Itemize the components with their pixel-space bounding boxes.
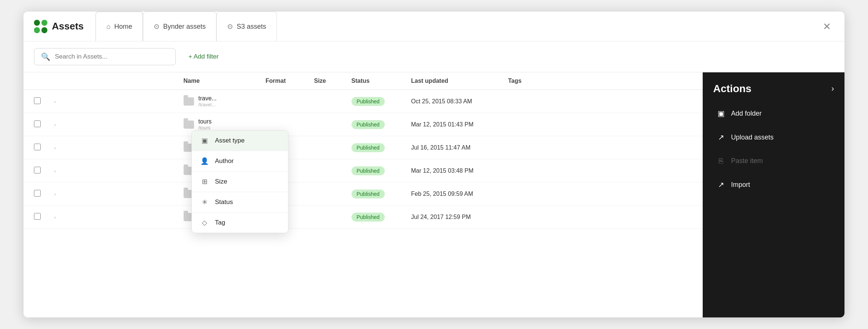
close-button[interactable]: ✕ xyxy=(820,20,834,33)
sidebar-header: Actions › xyxy=(703,72,844,102)
search-input[interactable] xyxy=(55,53,169,60)
tab-home[interactable]: ⌂ Home xyxy=(96,12,143,41)
status-badge: Published xyxy=(352,166,385,175)
table-row: › tour-t... /tour-t... Published Mar 12,… xyxy=(24,159,703,182)
row-updated: Oct 25, 2015 08:33 AM xyxy=(405,90,502,113)
asset-type-icon: ▣ xyxy=(200,137,209,145)
status-badge: Published xyxy=(352,213,385,222)
row-checkbox[interactable] xyxy=(34,213,41,220)
asset-type-label: Asset type xyxy=(215,137,244,144)
row-expand-icon[interactable]: › xyxy=(54,191,56,197)
main-content: Name Format Size Status Last updated xyxy=(24,72,844,317)
row-tags xyxy=(502,90,703,113)
row-checkbox-cell xyxy=(24,90,47,113)
table-row: › desti... /desti... Published Feb 25, 2… xyxy=(24,182,703,206)
dropdown-item-size[interactable]: ⊞ Size xyxy=(192,172,288,192)
author-icon: 👤 xyxy=(200,157,209,165)
row-checkbox-cell xyxy=(24,159,47,182)
tag-icon: ◇ xyxy=(200,219,209,227)
search-box: 🔍 xyxy=(34,48,176,65)
size-label: Size xyxy=(215,178,227,185)
row-expand-cell: › xyxy=(47,159,177,182)
import-label: Import xyxy=(731,181,750,189)
upload-assets-label: Upload assets xyxy=(731,134,774,141)
folder-icon xyxy=(184,97,194,106)
sidebar-action-upload-assets[interactable]: ↗ Upload assets xyxy=(709,126,839,148)
import-icon: ↗ xyxy=(716,180,726,189)
paste-item-label: Paste item xyxy=(731,157,763,165)
row-expand-cell: › xyxy=(47,136,177,159)
row-name-content: tours /tours xyxy=(184,118,252,131)
sidebar: Actions › ▣ Add folder ↗ Upload assets ⎘… xyxy=(703,72,844,317)
row-expand-icon[interactable]: › xyxy=(54,145,56,151)
dropdown-item-tag[interactable]: ◇ Tag xyxy=(192,213,288,233)
row-expand-icon[interactable]: › xyxy=(54,99,56,104)
row-checkbox[interactable] xyxy=(34,97,41,104)
row-tags xyxy=(502,113,703,136)
row-tags xyxy=(502,182,703,206)
dropdown-item-author[interactable]: 👤 Author xyxy=(192,151,288,172)
row-expand-icon[interactable]: › xyxy=(54,214,56,220)
row-checkbox-cell xyxy=(24,182,47,206)
row-expand-cell: › xyxy=(47,206,177,229)
sidebar-action-paste-item: ⎘ Paste item xyxy=(709,150,839,172)
add-filter-button[interactable]: + Add filter xyxy=(183,50,224,63)
row-expand-cell: › xyxy=(47,113,177,136)
tab-home-label: Home xyxy=(114,23,132,31)
row-checkbox[interactable] xyxy=(34,190,41,197)
row-updated: Jul 24, 2017 12:59 PM xyxy=(405,206,502,229)
row-expand-icon[interactable]: › xyxy=(54,168,56,174)
row-expand-cell: › xyxy=(47,182,177,206)
row-checkbox[interactable] xyxy=(34,120,41,127)
paste-item-icon: ⎘ xyxy=(716,157,726,165)
row-status: Published xyxy=(345,182,405,206)
dropdown-item-status[interactable]: ✳ Status xyxy=(192,192,288,213)
tag-label: Tag xyxy=(215,219,225,226)
col-tags: Tags xyxy=(502,72,703,90)
status-badge: Published xyxy=(352,143,385,152)
row-tags xyxy=(502,136,703,159)
search-icon: 🔍 xyxy=(41,52,50,61)
tab-s3[interactable]: ⊙ S3 assets xyxy=(216,12,277,41)
row-status: Published xyxy=(345,206,405,229)
logo-area: Assets xyxy=(34,20,84,33)
sidebar-chevron-icon[interactable]: › xyxy=(831,84,834,94)
tab-bynder[interactable]: ⊙ Bynder assets xyxy=(143,12,216,41)
home-icon: ⌂ xyxy=(106,23,110,31)
row-checkbox-cell xyxy=(24,206,47,229)
row-updated: Feb 25, 2015 09:59 AM xyxy=(405,182,502,206)
upload-assets-icon: ↗ xyxy=(716,133,726,142)
dropdown-item-asset-type[interactable]: ▣ Asset type xyxy=(192,131,288,151)
row-checkbox[interactable] xyxy=(34,167,41,173)
row-expand-icon[interactable]: › xyxy=(54,122,56,128)
logo-dot-2 xyxy=(41,20,47,26)
row-size xyxy=(307,136,345,159)
logo xyxy=(34,20,47,33)
row-checkbox-cell xyxy=(24,136,47,159)
app-window: Assets ⌂ Home ⊙ Bynder assets ⊙ S3 asset… xyxy=(24,12,844,317)
col-checkbox xyxy=(24,72,47,90)
table-row: › svg-i... /svg-i... Published Jul 16, 2… xyxy=(24,136,703,159)
status-badge: Published xyxy=(352,120,385,129)
row-updated: Mar 12, 2015 01:43 PM xyxy=(405,113,502,136)
col-format: Format xyxy=(259,72,307,90)
row-status: Published xyxy=(345,159,405,182)
tab-s3-label: S3 assets xyxy=(237,23,266,31)
row-size xyxy=(307,159,345,182)
sidebar-action-import[interactable]: ↗ Import xyxy=(709,173,839,196)
row-checkbox[interactable] xyxy=(34,144,41,150)
toolbar: 🔍 + Add filter xyxy=(24,41,844,72)
sidebar-title: Actions xyxy=(713,83,752,95)
author-label: Author xyxy=(215,157,234,165)
sidebar-action-add-folder[interactable]: ▣ Add folder xyxy=(709,102,839,125)
row-tags xyxy=(502,206,703,229)
row-expand-cell: › xyxy=(47,90,177,113)
nav-tabs: ⌂ Home ⊙ Bynder assets ⊙ S3 assets xyxy=(96,12,277,41)
row-status: Published xyxy=(345,136,405,159)
row-updated: Mar 12, 2015 03:48 PM xyxy=(405,159,502,182)
row-name-sub: /tours xyxy=(199,125,212,131)
table-row: › tours /tours Published Mar 12, 2015 01… xyxy=(24,113,703,136)
row-size xyxy=(307,113,345,136)
col-updated: Last updated xyxy=(405,72,502,90)
folder-icon xyxy=(184,120,194,129)
